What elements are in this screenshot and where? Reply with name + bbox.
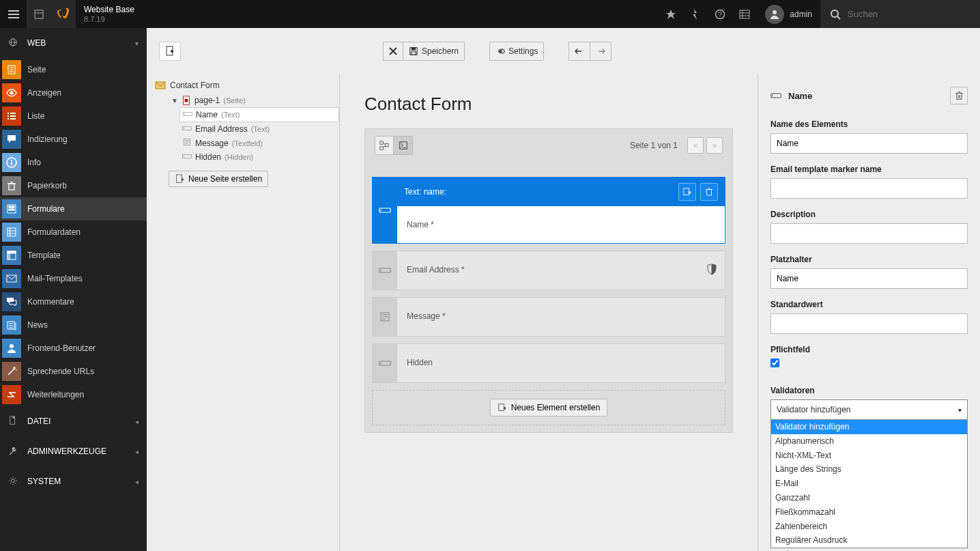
nav-item-formulare[interactable]: Formulare [0, 197, 147, 221]
nav-item-frontend-benutzer[interactable]: Frontend-Benutzer [0, 337, 147, 360]
field-delete-button[interactable] [700, 183, 718, 201]
group-label: DATEI [27, 416, 51, 426]
required-label: Pflichtfeld [770, 345, 968, 354]
form-field[interactable]: Text: name: Name * [372, 177, 725, 244]
description-input[interactable] [770, 223, 968, 244]
cache-icon[interactable] [683, 0, 708, 28]
nav-item-mail-templates[interactable]: Mail-Templates [0, 267, 147, 290]
toggle-sidebar-button[interactable] [0, 0, 27, 28]
nav-item-news[interactable]: News [0, 313, 147, 337]
undo-button[interactable] [568, 42, 590, 61]
tree-root[interactable]: Contact Form [154, 77, 339, 94]
save-button[interactable]: Speichern [403, 42, 465, 61]
drag-handle[interactable] [373, 298, 397, 336]
settings-button[interactable]: Settings [489, 42, 544, 61]
drag-handle[interactable] [373, 178, 397, 243]
new-page-button[interactable]: Neue Seite erstellen [169, 171, 268, 187]
delete-element-button[interactable] [950, 87, 968, 104]
validator-option[interactable]: Regulärer Ausdruck [771, 533, 967, 548]
nav-item-anzeigen[interactable]: Anzeigen [0, 81, 147, 104]
context-icon[interactable] [27, 0, 51, 28]
site-info: Website Base 8.7.19 [76, 5, 143, 23]
nav-item-label: Template [23, 251, 61, 260]
svg-rect-0 [8, 10, 19, 12]
validator-option[interactable]: E-Mail [771, 477, 967, 491]
nav-item-indizierung[interactable]: Indizierung [0, 128, 147, 151]
validator-option[interactable]: Länge des Strings [771, 462, 967, 477]
tree-field-type: (Textfeld) [232, 139, 263, 147]
group-icon [8, 446, 19, 457]
drag-handle[interactable] [373, 251, 397, 289]
nav-item-weiterleitungen[interactable]: Weiterleitungen [0, 383, 147, 406]
tree-field[interactable]: Email Address (Text) [179, 122, 339, 136]
validator-option[interactable]: Ganzzahl [771, 491, 967, 505]
abstract-mode-button[interactable] [394, 136, 413, 155]
user-menu[interactable]: admin [757, 5, 820, 24]
new-element-dropzone[interactable]: Neues Element erstellen [372, 390, 725, 425]
tree-field[interactable]: Hidden (Hidden) [179, 150, 339, 164]
redo-button[interactable] [590, 42, 611, 61]
form-field[interactable]: Email Address * [372, 251, 725, 290]
stage: Seite 1 von 1 « » Text: name: Name *Emai… [364, 128, 733, 433]
nav-item-seite[interactable]: Seite [0, 58, 147, 81]
nav-item-kommentare[interactable]: Kommentare [0, 290, 147, 313]
help-icon[interactable]: ? [708, 0, 732, 28]
close-button[interactable] [383, 42, 403, 61]
nav-item-sprechende-urls[interactable]: Sprechende URLs [0, 360, 147, 383]
search-icon [830, 9, 841, 20]
search-input[interactable] [848, 9, 970, 19]
group-icon [8, 476, 19, 488]
nav-item-label: Liste [23, 111, 44, 121]
bookmark-icon[interactable] [659, 0, 683, 28]
validator-option[interactable]: Alphanumerisch [771, 434, 967, 449]
group-label: ADMINWERKZEUGE [27, 447, 106, 456]
validator-option[interactable]: Zahlenbereich [771, 520, 967, 534]
tree-field-label: Email Address [195, 124, 248, 134]
new-form-button[interactable] [159, 42, 181, 61]
nav-item-info[interactable]: Info [0, 151, 147, 174]
site-title: Website Base [84, 5, 134, 14]
drag-handle[interactable] [373, 344, 397, 382]
form-field[interactable]: Message * [372, 297, 725, 337]
element-name-input[interactable] [770, 133, 968, 154]
validator-select[interactable]: Validator hinzufügen ▾ Validator hinzufü… [770, 399, 968, 420]
required-checkbox[interactable] [770, 358, 779, 367]
marker-name-label: Email template marker name [770, 165, 968, 174]
text-field-icon [770, 91, 781, 100]
placeholder-input[interactable] [770, 268, 968, 289]
svg-point-13 [773, 10, 777, 14]
new-element-button[interactable]: Neues Element erstellen [490, 399, 608, 416]
nav-item-liste[interactable]: Liste [0, 104, 147, 128]
nav-item-label: Frontend-Benutzer [23, 343, 96, 353]
field-label: Message * [397, 298, 725, 335]
prev-page-button[interactable]: « [687, 137, 704, 154]
global-search[interactable] [820, 0, 980, 28]
form-field[interactable]: Hidden [372, 343, 725, 383]
marker-name-input[interactable] [770, 178, 968, 199]
nav-group-web[interactable]: WEB▾ [0, 28, 147, 58]
svg-rect-82 [386, 143, 388, 146]
inspector-panel: Name Name des Elements Email template ma… [758, 74, 980, 551]
nav-group-datei[interactable]: DATEI◂ [0, 406, 147, 436]
svg-rect-24 [8, 113, 9, 114]
default-value-input[interactable] [770, 313, 968, 334]
svg-rect-45 [8, 253, 10, 259]
next-page-button[interactable]: » [706, 137, 723, 154]
nav-item-template[interactable]: Template [0, 244, 147, 267]
validator-option[interactable]: Validator hinzufügen [771, 420, 967, 434]
tree-mode-button[interactable] [375, 136, 394, 155]
validator-option[interactable]: Fließkommazahl [771, 505, 967, 520]
nav-item-papierkorb[interactable]: Papierkorb [0, 174, 147, 197]
nav-item-formulardaten[interactable]: Formulardaten [0, 221, 147, 244]
topbar: Website Base 8.7.19 ? admin [0, 0, 980, 28]
field-add-button[interactable] [678, 183, 696, 201]
validator-option[interactable]: Nicht-XML-Text [771, 449, 967, 463]
nav-group-system[interactable]: SYSTEM◂ [0, 466, 147, 496]
nav-group-adminwerkzeuge[interactable]: ADMINWERKZEUGE◂ [0, 436, 147, 466]
svg-rect-89 [684, 188, 689, 195]
tree-field[interactable]: Name (Text) [179, 107, 339, 122]
tree-page[interactable]: ▼ page-1 (Seite) [169, 94, 339, 107]
stage-header: Seite 1 von 1 « » [365, 129, 732, 162]
application-info-icon[interactable] [732, 0, 757, 28]
tree-field[interactable]: Message (Textfeld) [179, 136, 339, 150]
